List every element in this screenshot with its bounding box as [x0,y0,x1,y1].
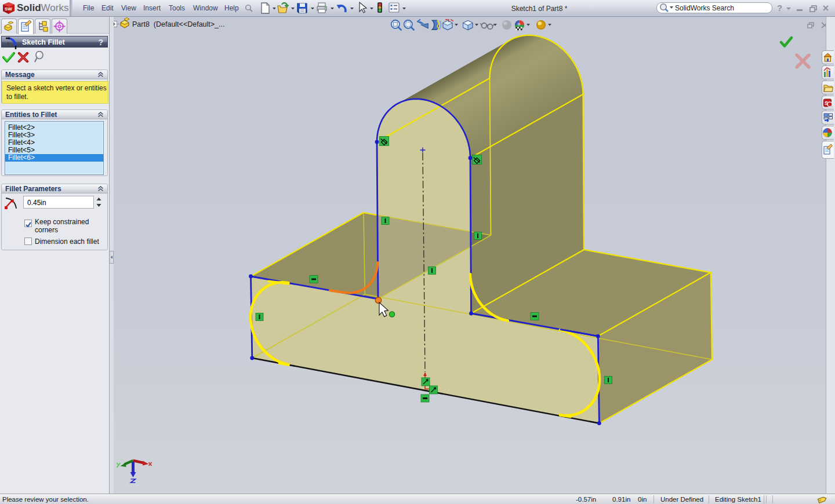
svg-text:SW: SW [5,6,12,12]
svg-text:Part8 (Default<<Default>_...: Part8 (Default<<Default>_... [132,20,224,28]
